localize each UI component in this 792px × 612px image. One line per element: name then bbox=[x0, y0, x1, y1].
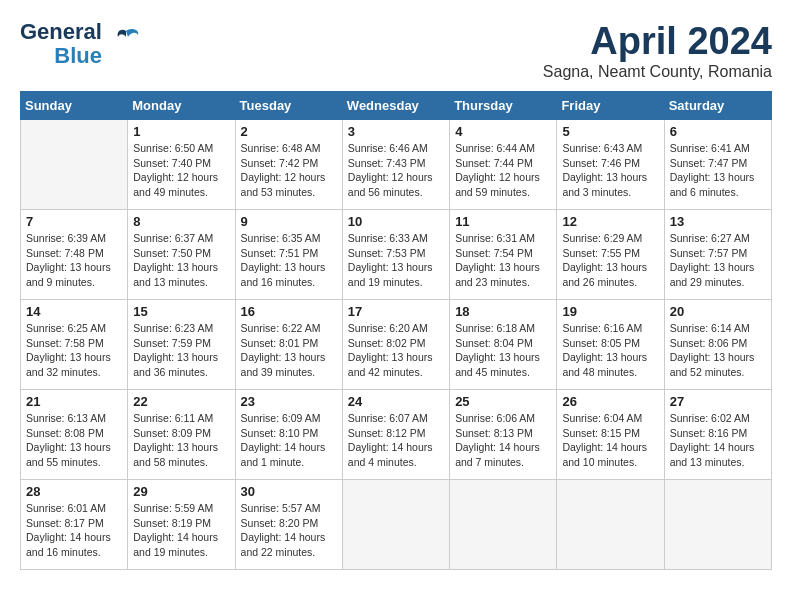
day-number: 23 bbox=[241, 394, 337, 409]
day-info: Sunrise: 6:35 AM Sunset: 7:51 PM Dayligh… bbox=[241, 231, 337, 290]
day-number: 14 bbox=[26, 304, 122, 319]
logo-blue: Blue bbox=[54, 44, 102, 68]
day-info: Sunrise: 6:06 AM Sunset: 8:13 PM Dayligh… bbox=[455, 411, 551, 470]
column-header-tuesday: Tuesday bbox=[235, 92, 342, 120]
calendar-cell: 22Sunrise: 6:11 AM Sunset: 8:09 PM Dayli… bbox=[128, 390, 235, 480]
title-section: April 2024 Sagna, Neamt County, Romania bbox=[543, 20, 772, 81]
calendar-cell: 14Sunrise: 6:25 AM Sunset: 7:58 PM Dayli… bbox=[21, 300, 128, 390]
day-number: 4 bbox=[455, 124, 551, 139]
day-number: 18 bbox=[455, 304, 551, 319]
calendar-cell: 12Sunrise: 6:29 AM Sunset: 7:55 PM Dayli… bbox=[557, 210, 664, 300]
day-number: 2 bbox=[241, 124, 337, 139]
calendar-cell: 25Sunrise: 6:06 AM Sunset: 8:13 PM Dayli… bbox=[450, 390, 557, 480]
calendar-cell: 16Sunrise: 6:22 AM Sunset: 8:01 PM Dayli… bbox=[235, 300, 342, 390]
day-number: 12 bbox=[562, 214, 658, 229]
day-info: Sunrise: 6:16 AM Sunset: 8:05 PM Dayligh… bbox=[562, 321, 658, 380]
calendar-cell bbox=[450, 480, 557, 570]
day-number: 13 bbox=[670, 214, 766, 229]
day-number: 10 bbox=[348, 214, 444, 229]
calendar-cell bbox=[342, 480, 449, 570]
calendar-cell: 2Sunrise: 6:48 AM Sunset: 7:42 PM Daylig… bbox=[235, 120, 342, 210]
day-number: 29 bbox=[133, 484, 229, 499]
day-info: Sunrise: 5:57 AM Sunset: 8:20 PM Dayligh… bbox=[241, 501, 337, 560]
calendar-cell: 11Sunrise: 6:31 AM Sunset: 7:54 PM Dayli… bbox=[450, 210, 557, 300]
calendar-cell: 6Sunrise: 6:41 AM Sunset: 7:47 PM Daylig… bbox=[664, 120, 771, 210]
calendar-cell bbox=[21, 120, 128, 210]
week-row-4: 21Sunrise: 6:13 AM Sunset: 8:08 PM Dayli… bbox=[21, 390, 772, 480]
day-info: Sunrise: 6:18 AM Sunset: 8:04 PM Dayligh… bbox=[455, 321, 551, 380]
day-info: Sunrise: 6:31 AM Sunset: 7:54 PM Dayligh… bbox=[455, 231, 551, 290]
calendar-cell: 5Sunrise: 6:43 AM Sunset: 7:46 PM Daylig… bbox=[557, 120, 664, 210]
calendar-cell bbox=[557, 480, 664, 570]
day-info: Sunrise: 6:39 AM Sunset: 7:48 PM Dayligh… bbox=[26, 231, 122, 290]
day-number: 30 bbox=[241, 484, 337, 499]
day-info: Sunrise: 6:44 AM Sunset: 7:44 PM Dayligh… bbox=[455, 141, 551, 200]
location-subtitle: Sagna, Neamt County, Romania bbox=[543, 63, 772, 81]
calendar-cell: 23Sunrise: 6:09 AM Sunset: 8:10 PM Dayli… bbox=[235, 390, 342, 480]
day-info: Sunrise: 6:02 AM Sunset: 8:16 PM Dayligh… bbox=[670, 411, 766, 470]
calendar-cell: 3Sunrise: 6:46 AM Sunset: 7:43 PM Daylig… bbox=[342, 120, 449, 210]
week-row-1: 1Sunrise: 6:50 AM Sunset: 7:40 PM Daylig… bbox=[21, 120, 772, 210]
day-info: Sunrise: 6:25 AM Sunset: 7:58 PM Dayligh… bbox=[26, 321, 122, 380]
calendar-cell: 27Sunrise: 6:02 AM Sunset: 8:16 PM Dayli… bbox=[664, 390, 771, 480]
calendar-cell: 18Sunrise: 6:18 AM Sunset: 8:04 PM Dayli… bbox=[450, 300, 557, 390]
day-number: 7 bbox=[26, 214, 122, 229]
day-info: Sunrise: 6:01 AM Sunset: 8:17 PM Dayligh… bbox=[26, 501, 122, 560]
calendar-cell: 28Sunrise: 6:01 AM Sunset: 8:17 PM Dayli… bbox=[21, 480, 128, 570]
column-header-friday: Friday bbox=[557, 92, 664, 120]
day-number: 26 bbox=[562, 394, 658, 409]
day-number: 27 bbox=[670, 394, 766, 409]
day-info: Sunrise: 6:29 AM Sunset: 7:55 PM Dayligh… bbox=[562, 231, 658, 290]
calendar-cell: 4Sunrise: 6:44 AM Sunset: 7:44 PM Daylig… bbox=[450, 120, 557, 210]
day-number: 22 bbox=[133, 394, 229, 409]
day-number: 20 bbox=[670, 304, 766, 319]
day-info: Sunrise: 6:09 AM Sunset: 8:10 PM Dayligh… bbox=[241, 411, 337, 470]
column-header-wednesday: Wednesday bbox=[342, 92, 449, 120]
day-number: 5 bbox=[562, 124, 658, 139]
page-header: General Blue April 2024 Sagna, Neamt Cou… bbox=[20, 20, 772, 81]
day-number: 19 bbox=[562, 304, 658, 319]
day-number: 11 bbox=[455, 214, 551, 229]
calendar-cell: 7Sunrise: 6:39 AM Sunset: 7:48 PM Daylig… bbox=[21, 210, 128, 300]
day-info: Sunrise: 6:41 AM Sunset: 7:47 PM Dayligh… bbox=[670, 141, 766, 200]
calendar-cell: 15Sunrise: 6:23 AM Sunset: 7:59 PM Dayli… bbox=[128, 300, 235, 390]
calendar-cell: 26Sunrise: 6:04 AM Sunset: 8:15 PM Dayli… bbox=[557, 390, 664, 480]
calendar-cell: 10Sunrise: 6:33 AM Sunset: 7:53 PM Dayli… bbox=[342, 210, 449, 300]
week-row-2: 7Sunrise: 6:39 AM Sunset: 7:48 PM Daylig… bbox=[21, 210, 772, 300]
day-info: Sunrise: 6:14 AM Sunset: 8:06 PM Dayligh… bbox=[670, 321, 766, 380]
day-info: Sunrise: 6:22 AM Sunset: 8:01 PM Dayligh… bbox=[241, 321, 337, 380]
column-header-monday: Monday bbox=[128, 92, 235, 120]
day-number: 3 bbox=[348, 124, 444, 139]
calendar-cell: 30Sunrise: 5:57 AM Sunset: 8:20 PM Dayli… bbox=[235, 480, 342, 570]
day-number: 28 bbox=[26, 484, 122, 499]
calendar-cell: 8Sunrise: 6:37 AM Sunset: 7:50 PM Daylig… bbox=[128, 210, 235, 300]
logo-general: General bbox=[20, 20, 102, 44]
day-number: 15 bbox=[133, 304, 229, 319]
calendar-cell: 9Sunrise: 6:35 AM Sunset: 7:51 PM Daylig… bbox=[235, 210, 342, 300]
day-number: 9 bbox=[241, 214, 337, 229]
day-number: 17 bbox=[348, 304, 444, 319]
week-row-5: 28Sunrise: 6:01 AM Sunset: 8:17 PM Dayli… bbox=[21, 480, 772, 570]
calendar-cell: 24Sunrise: 6:07 AM Sunset: 8:12 PM Dayli… bbox=[342, 390, 449, 480]
calendar-cell: 21Sunrise: 6:13 AM Sunset: 8:08 PM Dayli… bbox=[21, 390, 128, 480]
logo-bird-icon bbox=[108, 23, 144, 66]
day-number: 8 bbox=[133, 214, 229, 229]
calendar-cell bbox=[664, 480, 771, 570]
day-info: Sunrise: 6:20 AM Sunset: 8:02 PM Dayligh… bbox=[348, 321, 444, 380]
column-header-sunday: Sunday bbox=[21, 92, 128, 120]
day-info: Sunrise: 6:43 AM Sunset: 7:46 PM Dayligh… bbox=[562, 141, 658, 200]
month-year-title: April 2024 bbox=[543, 20, 772, 63]
day-info: Sunrise: 6:48 AM Sunset: 7:42 PM Dayligh… bbox=[241, 141, 337, 200]
day-info: Sunrise: 6:13 AM Sunset: 8:08 PM Dayligh… bbox=[26, 411, 122, 470]
day-info: Sunrise: 5:59 AM Sunset: 8:19 PM Dayligh… bbox=[133, 501, 229, 560]
day-info: Sunrise: 6:46 AM Sunset: 7:43 PM Dayligh… bbox=[348, 141, 444, 200]
day-info: Sunrise: 6:27 AM Sunset: 7:57 PM Dayligh… bbox=[670, 231, 766, 290]
day-number: 1 bbox=[133, 124, 229, 139]
day-number: 21 bbox=[26, 394, 122, 409]
day-info: Sunrise: 6:04 AM Sunset: 8:15 PM Dayligh… bbox=[562, 411, 658, 470]
day-info: Sunrise: 6:07 AM Sunset: 8:12 PM Dayligh… bbox=[348, 411, 444, 470]
day-number: 24 bbox=[348, 394, 444, 409]
day-number: 6 bbox=[670, 124, 766, 139]
week-row-3: 14Sunrise: 6:25 AM Sunset: 7:58 PM Dayli… bbox=[21, 300, 772, 390]
calendar-cell: 29Sunrise: 5:59 AM Sunset: 8:19 PM Dayli… bbox=[128, 480, 235, 570]
